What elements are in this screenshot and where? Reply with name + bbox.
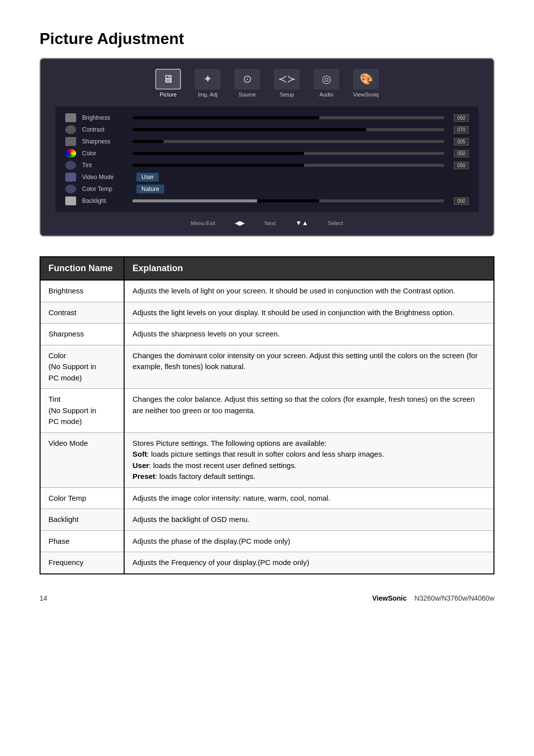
- osd-videomode-value: User: [136, 173, 159, 182]
- osd-contrast-value: 070: [454, 126, 469, 134]
- osd-menu-exit: Menu:Exit: [191, 220, 215, 226]
- page-footer: 14 ViewSonic N3260w/N3760w/N4060w: [40, 594, 494, 602]
- table-row: Sharpness Adjusts the sharpness levels o…: [40, 324, 494, 345]
- function-table: Function Name Explanation Brightness Adj…: [40, 256, 494, 574]
- func-explanation-phase: Adjusts the phase of the display.(PC mod…: [124, 530, 494, 552]
- picture-icon: 🖥: [155, 69, 181, 90]
- osd-backlight-bar: [133, 199, 444, 202]
- func-name-backlight: Backlight: [40, 509, 124, 531]
- osd-row-videomode: Video Mode User: [65, 173, 469, 182]
- osd-tab-audio-label: Audio: [319, 92, 333, 97]
- func-name-brightness: Brightness: [40, 280, 124, 302]
- func-explanation-sharpness: Adjusts the sharpness levels on your scr…: [124, 324, 494, 345]
- osd-sharpness-value: 005: [454, 138, 469, 145]
- func-explanation-videomode: Stores Picture settings. The following o…: [124, 432, 494, 487]
- osd-contrast-bar: [133, 128, 444, 131]
- osd-tab-imgadj-label: Img. Adj: [198, 92, 218, 97]
- func-explanation-backlight: Adjusts the backlight of OSD menu.: [124, 509, 494, 531]
- osd-backlight-label: Backlight: [82, 197, 127, 204]
- osd-sharpness-bar: [133, 140, 444, 143]
- audio-icon: ◎: [313, 69, 339, 90]
- osd-row-colortemp: Color Temp Nature: [65, 185, 469, 193]
- osd-row-brightness: Brightness 050: [65, 113, 469, 122]
- contrast-osd-icon: [65, 125, 76, 134]
- osd-tab-viewsoniq[interactable]: 🎨 ViewSoniq: [349, 69, 383, 97]
- table-row: Color Temp Adjusts the image color inten…: [40, 487, 494, 509]
- osd-row-tint: Tint 050: [65, 161, 469, 170]
- table-header-explanation: Explanation: [124, 257, 494, 280]
- osd-next-label: Next: [265, 220, 276, 226]
- osd-nav-arrows-ud: ▼▲: [296, 219, 309, 227]
- osd-brightness-label: Brightness: [82, 114, 127, 121]
- backlight-osd-icon: [65, 196, 76, 205]
- func-explanation-contrast: Adjusts the light levels on your display…: [124, 302, 494, 324]
- func-explanation-colortemp: Adjusts the image color intensity: natur…: [124, 487, 494, 509]
- colortemp-osd-icon: [65, 185, 76, 193]
- osd-tab-imgadj[interactable]: ✦ Img. Adj: [190, 69, 225, 97]
- func-explanation-frequency: Adjusts the Frequency of your display.(P…: [124, 552, 494, 574]
- osd-tab-source-label: Source: [239, 92, 256, 97]
- osd-color-value: 050: [454, 150, 469, 157]
- tint-osd-icon: [65, 161, 76, 170]
- setup-icon: ≺≻: [274, 69, 300, 90]
- osd-tint-value: 050: [454, 162, 469, 169]
- osd-color-bar: [133, 152, 444, 155]
- table-row: Video Mode Stores Picture settings. The …: [40, 432, 494, 487]
- osd-tab-setup-label: Setup: [280, 92, 294, 97]
- osd-backlight-value: 050: [454, 197, 469, 205]
- osd-tint-bar: [133, 164, 444, 167]
- osd-row-backlight: Backlight 050: [65, 196, 469, 205]
- osd-videomode-label: Video Mode: [82, 174, 127, 181]
- osd-brightness-value: 050: [454, 114, 469, 122]
- func-name-color: Color(No Support inPC mode): [40, 345, 124, 389]
- table-row: Color(No Support inPC mode) Changes the …: [40, 345, 494, 389]
- sharpness-osd-icon: [65, 137, 76, 146]
- func-name-colortemp: Color Temp: [40, 487, 124, 509]
- func-name-videomode: Video Mode: [40, 432, 124, 487]
- table-row: Phase Adjusts the phase of the display.(…: [40, 530, 494, 552]
- osd-colortemp-value: Nature: [136, 185, 164, 193]
- osd-tab-picture-label: Picture: [160, 92, 177, 97]
- table-row: Brightness Adjusts the levels of light o…: [40, 280, 494, 302]
- osd-contrast-label: Contrast: [82, 126, 127, 133]
- page-title: Picture Adjustment: [40, 30, 494, 48]
- func-name-contrast: Contrast: [40, 302, 124, 324]
- osd-colortemp-label: Color Temp: [82, 186, 127, 192]
- osd-sharpness-label: Sharpness: [82, 138, 127, 145]
- osd-color-label: Color: [82, 150, 127, 157]
- osd-nav-arrows-lr: ◀▶: [235, 219, 245, 227]
- osd-footer: Menu:Exit ◀▶ Next ▼▲ Select: [55, 219, 479, 227]
- osd-tint-label: Tint: [82, 162, 127, 169]
- osd-content: Brightness 050 Contrast 070 Sharpness 00…: [55, 106, 479, 212]
- osd-tab-picture[interactable]: 🖥 Picture: [151, 69, 185, 97]
- func-name-frequency: Frequency: [40, 552, 124, 574]
- table-row: Contrast Adjusts the light levels on you…: [40, 302, 494, 324]
- videomode-osd-icon: [65, 173, 76, 182]
- func-name-phase: Phase: [40, 530, 124, 552]
- osd-row-contrast: Contrast 070: [65, 125, 469, 134]
- osd-brightness-bar: [133, 116, 444, 119]
- imgadj-icon: ✦: [195, 69, 221, 90]
- footer-model: N3260w/N3760w/N4060w: [414, 594, 494, 602]
- table-row: Frequency Adjusts the Frequency of your …: [40, 552, 494, 574]
- osd-panel: 🖥 Picture ✦ Img. Adj ⊙ Source ≺≻ Setup ◎…: [40, 58, 494, 236]
- osd-tab-viewsoniq-label: ViewSoniq: [353, 92, 379, 97]
- viewsoniq-icon: 🎨: [353, 69, 379, 90]
- osd-row-sharpness: Sharpness 005: [65, 137, 469, 146]
- table-header-function: Function Name: [40, 257, 124, 280]
- osd-tab-source[interactable]: ⊙ Source: [230, 69, 265, 97]
- footer-brand: ViewSonic: [372, 594, 407, 602]
- table-row: Backlight Adjusts the backlight of OSD m…: [40, 509, 494, 531]
- table-row: Tint(No Support inPC mode) Changes the c…: [40, 389, 494, 433]
- func-explanation-brightness: Adjusts the levels of light on your scre…: [124, 280, 494, 302]
- brightness-osd-icon: [65, 113, 76, 122]
- osd-tabs: 🖥 Picture ✦ Img. Adj ⊙ Source ≺≻ Setup ◎…: [55, 69, 479, 97]
- color-osd-icon: [65, 149, 76, 158]
- osd-tab-audio[interactable]: ◎ Audio: [309, 69, 344, 97]
- func-name-sharpness: Sharpness: [40, 324, 124, 345]
- func-explanation-tint: Changes the color balance. Adjust this s…: [124, 389, 494, 433]
- osd-tab-setup[interactable]: ≺≻ Setup: [269, 69, 304, 97]
- osd-select-label: Select: [328, 220, 343, 226]
- source-icon: ⊙: [234, 69, 260, 90]
- func-name-tint: Tint(No Support inPC mode): [40, 389, 124, 433]
